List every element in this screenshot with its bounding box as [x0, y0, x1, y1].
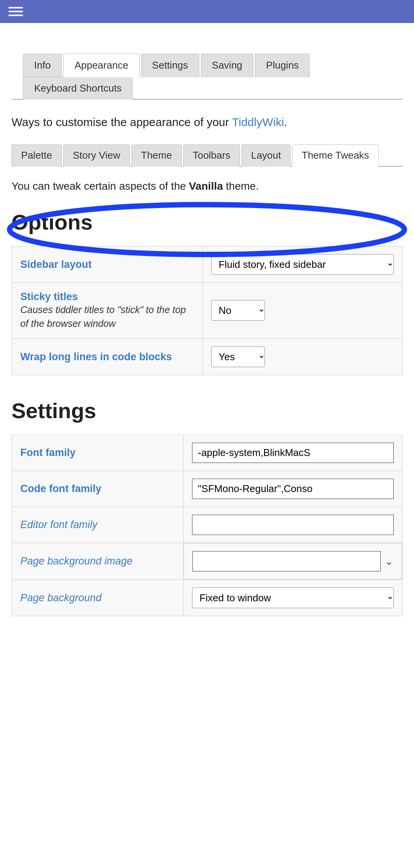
page-bg-image-input[interactable]	[192, 551, 381, 571]
option-value-cell[interactable]: No Yes	[203, 283, 402, 339]
editor-font-family-input[interactable]	[192, 515, 394, 535]
table-row: Font family	[12, 435, 402, 471]
option-value-cell[interactable]: Yes No	[203, 338, 402, 375]
options-section: Options Sidebar layout Fluid story, fixe…	[12, 210, 402, 375]
option-value-cell[interactable]: Fluid story, fixed sidebar Fixed story, …	[203, 246, 402, 283]
tab-info[interactable]: Info	[23, 54, 62, 77]
wrap-lines-select[interactable]: Yes No	[211, 346, 265, 367]
description-text: Ways to customise the appearance of your	[12, 116, 232, 128]
table-row: Code font family	[12, 471, 402, 507]
option-label-wrap-lines: Wrap long lines in code blocks	[20, 351, 172, 363]
option-label-sidebar-layout: Sidebar layout	[20, 259, 92, 270]
subtab-story-view[interactable]: Story View	[63, 144, 130, 167]
table-row: Wrap long lines in code blocks Yes No	[12, 338, 402, 375]
options-table: Sidebar layout Fluid story, fixed sideba…	[12, 246, 402, 375]
main-tab-row: Info Appearance Settings Saving Plugins …	[12, 38, 402, 100]
subtab-theme[interactable]: Theme	[131, 144, 182, 167]
table-row: Sidebar layout Fluid story, fixed sideba…	[12, 246, 402, 283]
subtab-layout[interactable]: Layout	[242, 144, 291, 167]
option-label-cell: Sticky titles Causes tiddler titles to "…	[12, 283, 203, 339]
topbar	[0, 0, 414, 23]
sticky-titles-select[interactable]: No Yes	[211, 300, 265, 321]
main-content: Info Appearance Settings Saving Plugins …	[0, 23, 414, 632]
setting-label-editor-font-family: Editor font family	[20, 519, 97, 530]
setting-label-cell: Font family	[12, 435, 184, 471]
appearance-description: Ways to customise the appearance of your…	[12, 113, 402, 131]
tab-appearance[interactable]: Appearance	[63, 54, 139, 77]
sub-tab-row: Palette Story View Theme Toolbars Layout…	[12, 144, 402, 167]
setting-value-cell[interactable]	[184, 507, 402, 543]
table-row: Page background image ⌄	[12, 543, 402, 579]
setting-label-font-family: Font family	[20, 447, 76, 458]
setting-value-cell[interactable]	[184, 471, 402, 507]
tab-settings[interactable]: Settings	[141, 54, 199, 77]
settings-heading: Settings	[12, 398, 402, 423]
hamburger-menu-icon[interactable]	[8, 7, 23, 16]
sidebar-layout-select[interactable]: Fluid story, fixed sidebar Fixed story, …	[211, 254, 394, 275]
chevron-down-icon: ⌄	[384, 555, 393, 568]
settings-table: Font family Code font family Editor font…	[12, 435, 402, 616]
setting-label-cell: Editor font family	[12, 507, 184, 543]
setting-label-page-bg-image: Page background image	[20, 555, 133, 567]
setting-value-cell[interactable]: ⌄	[184, 543, 402, 579]
setting-label-code-font-family: Code font family	[20, 483, 102, 494]
settings-section: Settings Font family Code font family	[12, 398, 402, 616]
setting-label-page-background: Page background	[20, 592, 102, 604]
setting-label-cell: Page background	[12, 579, 184, 616]
option-label-cell: Wrap long lines in code blocks	[12, 338, 203, 375]
tiddlywiki-link[interactable]: TiddlyWiki	[232, 116, 284, 128]
setting-value-cell[interactable]: Fixed to window Scroll with page	[184, 579, 402, 616]
subtab-toolbars[interactable]: Toolbars	[183, 144, 240, 167]
code-font-family-input[interactable]	[192, 479, 394, 499]
option-label-sticky-titles: Sticky titles	[20, 291, 78, 302]
tab-plugins[interactable]: Plugins	[255, 54, 310, 77]
subtab-palette[interactable]: Palette	[12, 144, 62, 167]
table-row: Sticky titles Causes tiddler titles to "…	[12, 283, 402, 339]
page-background-select[interactable]: Fixed to window Scroll with page	[192, 587, 394, 608]
table-row: Page background Fixed to window Scroll w…	[12, 579, 402, 616]
tab-saving[interactable]: Saving	[201, 54, 254, 77]
subtab-theme-tweaks[interactable]: Theme Tweaks	[292, 144, 379, 167]
setting-value-cell[interactable]	[184, 435, 402, 471]
setting-label-cell: Page background image	[12, 543, 184, 579]
option-label-cell: Sidebar layout	[12, 246, 203, 283]
font-family-input[interactable]	[192, 443, 394, 463]
option-desc-sticky-titles: Causes tiddler titles to "stick" to the …	[20, 303, 194, 331]
description-suffix: .	[284, 116, 287, 128]
table-row: Editor font family	[12, 507, 402, 543]
setting-label-cell: Code font family	[12, 471, 184, 507]
tweak-description: You can tweak certain aspects of the Van…	[12, 178, 402, 194]
tab-keyboard-shortcuts[interactable]: Keyboard Shortcuts	[23, 77, 133, 100]
options-heading: Options	[12, 210, 402, 235]
